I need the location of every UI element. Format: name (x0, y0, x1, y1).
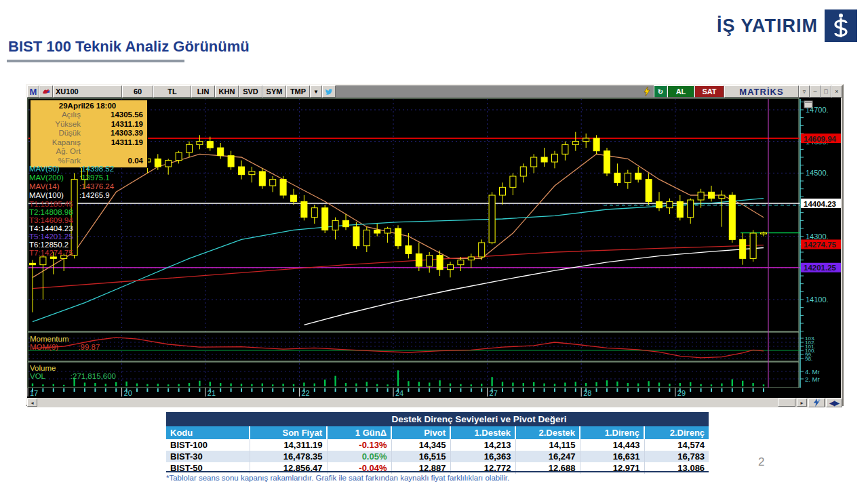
price-chart-svg[interactable]: 172021222427282914700.14600.14500.14400.… (27, 98, 841, 398)
table-row: BIST-10014,311.19-0.13%14,34514,21314,11… (166, 439, 709, 451)
volume-bar (303, 383, 304, 387)
volume-bar (345, 383, 347, 386)
info-row: Ağ. Ort (32, 147, 143, 157)
twitter-icon[interactable] (322, 85, 336, 98)
momentum-series-label: MOM(9) (30, 343, 58, 351)
buy-button[interactable]: AL (667, 85, 694, 98)
volume-bar (293, 384, 294, 386)
volume-bar (627, 383, 629, 386)
toolbar-button-tmp[interactable]: TMP (286, 85, 310, 98)
pivot-level-label: T3:14609.94 (29, 216, 73, 224)
alarm-chart-icon[interactable] (39, 85, 53, 98)
volume-bar (199, 381, 200, 386)
x-axis-day-label: 20 (124, 389, 132, 397)
close-icon[interactable]: × (831, 85, 842, 98)
volume-bar (543, 384, 545, 386)
chart-area[interactable]: 172021222427282914700.14600.14500.14400.… (27, 98, 841, 398)
volume-bar (711, 384, 712, 386)
scroll-left-button[interactable]: ◂ (27, 399, 37, 407)
table-cell: 16,631 (580, 451, 644, 462)
pivot-level-label: T2:14808.98 (29, 208, 73, 216)
pivot-levels-legend: T1:13185.45T2:14808.98T3:14609.94T4:1440… (29, 200, 73, 257)
table-header-cell: 2.Destek (515, 426, 580, 439)
minimize-icon[interactable]: – (810, 85, 821, 98)
table-cell: 14,574 (644, 439, 709, 451)
scrollbar-thumb[interactable] (778, 399, 795, 407)
page-nav-arrows[interactable]: ◀▶ (826, 399, 842, 407)
x-axis-day-label: 21 (208, 389, 216, 397)
volume-bar (84, 383, 85, 387)
volume-bar (324, 380, 326, 386)
candlestick (259, 168, 265, 188)
maximize-icon[interactable]: □ (821, 85, 831, 98)
info-row: Düşük14303.39 (32, 129, 143, 138)
table-cell: 14,115 (515, 439, 580, 451)
volume-panel-title: Volume VOL :271,815,600 (30, 364, 116, 380)
currency-field[interactable]: TL (153, 85, 191, 98)
volume-bar (700, 384, 701, 386)
chart-toolbar: M XU100 60 TL LINKHNSVDSYMTMP ▼ (27, 85, 842, 98)
volume-bar (669, 384, 670, 386)
table-cell: -0.13% (327, 439, 391, 451)
page-title: BIST 100 Teknik Analiz Görünümü (8, 38, 250, 56)
volume-bar (178, 384, 179, 386)
table-header-cell: Pivot (391, 426, 450, 439)
table-title: Destek Direnç Seviyeleri ve Pivot Değeri (250, 412, 709, 426)
table-cell: 0.05% (327, 451, 391, 462)
table-header-cell: Son Fiyat (250, 426, 327, 439)
volume-bar (408, 381, 409, 386)
volume-bar (136, 384, 138, 386)
volume-bar (42, 384, 43, 386)
volume-bar (450, 384, 451, 386)
momentum-axis-label: 98. (805, 356, 812, 362)
lightning-icon[interactable] (640, 85, 654, 98)
table-cell: 14,213 (450, 439, 515, 451)
table-cell: 16,478.35 (250, 451, 327, 462)
period-field[interactable]: 60 (122, 85, 153, 98)
volume-bar (460, 384, 461, 386)
window-dropdown-icon[interactable]: ▿ (799, 85, 810, 98)
mav-legend-row: MAV(50):14398.52 (29, 165, 114, 174)
volume-bar (648, 381, 649, 386)
volume-bar (742, 381, 743, 386)
volume-bar (282, 384, 283, 386)
table-row: BIST-3016,478.350.05%16,51516,36316,2471… (166, 451, 709, 462)
table-cell: 16,363 (450, 451, 515, 462)
mav-legend-row: MAV(14):14376.24 (29, 182, 114, 191)
scroll-right-button[interactable]: ▸ (797, 399, 807, 407)
momentum-panel-title: Momentum MOM(9) :99.87 (30, 335, 100, 351)
chevron-down-icon[interactable]: ▼ (310, 85, 322, 98)
toolbar-button-svd[interactable]: SVD (239, 85, 262, 98)
toolbar-button-sym[interactable]: SYM (262, 85, 286, 98)
candlestick (593, 135, 599, 154)
volume-bar (32, 384, 33, 386)
volume-bar (616, 382, 618, 386)
volume-bar (376, 384, 378, 386)
svg-text:14609.94: 14609.94 (804, 135, 837, 143)
volume-bar (262, 384, 263, 386)
volume-bar (189, 383, 190, 386)
chart-scrollbar[interactable]: ◂ ▸ ◀▶ (27, 398, 842, 407)
volume-bar (334, 376, 336, 386)
momentum-value: :99.87 (78, 343, 100, 351)
volume-bar (105, 384, 106, 386)
volume-bar (690, 382, 691, 386)
matriks-swirl-icon[interactable] (808, 399, 825, 407)
toolbar-button-khn[interactable]: KHN (215, 85, 239, 98)
toolbar-spacer (336, 85, 640, 98)
matriks-m-icon[interactable]: M (27, 85, 39, 98)
volume-bar (366, 382, 368, 386)
volume-bar (721, 384, 722, 386)
toolbar-button-lin[interactable]: LIN (191, 85, 215, 98)
refresh-icon[interactable]: ↻ (654, 85, 667, 98)
info-box-datetime: 29April26 18:00 (32, 102, 143, 110)
axis-maximize-icon[interactable] (804, 101, 812, 108)
volume-bar (471, 384, 472, 386)
pivot-level-label: T5:14201.25 (29, 232, 73, 241)
volume-bar (658, 383, 660, 387)
volume-bar (429, 383, 430, 387)
info-row: Kapanış14311.19 (32, 138, 143, 148)
sell-button[interactable]: SAT (694, 85, 724, 98)
symbol-field[interactable]: XU100 (53, 85, 122, 98)
svg-text:14274.75: 14274.75 (804, 241, 837, 249)
